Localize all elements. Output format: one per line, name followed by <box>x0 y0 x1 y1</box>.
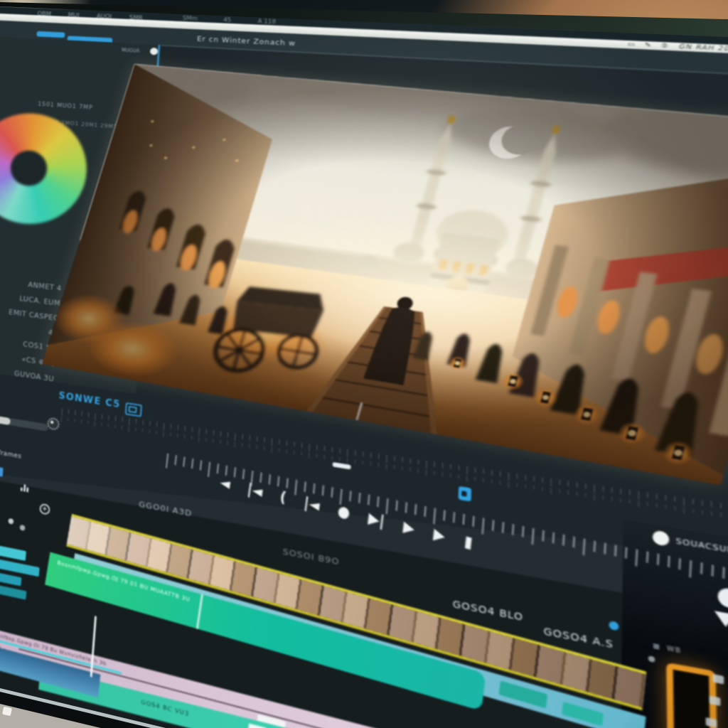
ruler-tick <box>185 426 186 431</box>
transport-button-4[interactable]: ● <box>336 501 350 522</box>
keyframe-icon[interactable] <box>21 483 29 492</box>
transport-button-7[interactable]: ▶ <box>432 524 446 545</box>
ruler-tick <box>108 415 109 420</box>
ruler-tick <box>183 456 185 466</box>
ruler-tick <box>443 510 445 520</box>
ruler-tick <box>136 419 136 424</box>
ruler-tick <box>508 482 509 488</box>
ruler-tick <box>95 413 96 420</box>
ruler-tick <box>621 488 621 494</box>
panel-scrollbar-thumb[interactable] <box>0 415 11 426</box>
badge-2-icon: ② <box>661 42 668 49</box>
ruler-tick <box>129 418 129 425</box>
ruler-tick <box>483 469 484 474</box>
ruler-tick <box>720 503 721 508</box>
ruler-tick <box>621 498 621 503</box>
ruler-tick <box>418 459 419 465</box>
ruler-tick <box>636 550 638 567</box>
ruler-tick <box>271 447 272 453</box>
ruler-tick <box>217 464 219 473</box>
image-icon[interactable]: ▭ <box>628 41 635 48</box>
ruler-tick <box>405 502 407 513</box>
ruler-tick <box>309 453 309 459</box>
ruler-tick <box>235 433 235 441</box>
ruler-tick <box>542 530 544 542</box>
transport-button-2[interactable]: ( <box>279 488 287 507</box>
ruler-tick <box>87 421 88 424</box>
transport-button-8[interactable]: ▮ <box>464 532 474 552</box>
ruler-tick <box>689 560 692 578</box>
gear-icon[interactable] <box>47 417 60 430</box>
ruler-tick <box>257 445 257 449</box>
ruler-tick <box>656 503 657 508</box>
ruler-tick <box>459 465 459 471</box>
ruler-tick <box>475 468 476 473</box>
ruler-tick <box>594 540 596 552</box>
ruler-tick <box>492 520 494 531</box>
ruler-tick <box>629 490 630 496</box>
ruler-tick <box>583 538 586 555</box>
ruler-tick <box>272 439 272 446</box>
menu-item[interactable]: SMm <box>183 15 198 21</box>
transport-button-3[interactable]: |◄ <box>303 493 321 515</box>
ruler-tick <box>459 474 459 478</box>
ruler-tick <box>442 463 443 469</box>
transport-button-6[interactable]: ▶ <box>402 517 416 537</box>
ruler-tick <box>287 441 287 446</box>
ruler-tick <box>166 454 168 469</box>
ruler-tick <box>122 425 122 429</box>
ruler-tick <box>442 472 443 476</box>
ruler-tick <box>434 471 434 475</box>
ruler-tick <box>611 487 612 493</box>
ruler-tick <box>163 432 164 437</box>
ruler-tick <box>309 444 309 451</box>
pen-icon[interactable]: ✎ <box>645 41 651 48</box>
ruler-tick <box>355 459 355 464</box>
ruler-tick <box>646 552 648 563</box>
ruler-tick <box>250 435 250 440</box>
ruler-tick <box>512 524 514 535</box>
ruler-tick <box>410 467 410 471</box>
transport-button-1[interactable]: |◄ <box>246 480 264 500</box>
track-green-notch <box>196 594 203 629</box>
transport-button-0[interactable]: ◄ <box>219 473 232 493</box>
ruler-tick <box>638 500 639 507</box>
ruler-tick <box>101 422 102 426</box>
ruler-tick <box>332 447 333 452</box>
ruler-tick <box>625 547 627 558</box>
ruler-tick <box>88 412 89 417</box>
ruler-tick <box>220 440 220 444</box>
ruler-tick <box>638 491 639 499</box>
timeline-panel-label: usaframes <box>0 446 22 459</box>
transport-button-5[interactable]: ▶| <box>368 508 386 530</box>
ruler-tick <box>81 419 82 423</box>
lock-icon[interactable] <box>459 486 471 502</box>
menu-item[interactable]: A 118 <box>257 18 276 25</box>
ruler-tick <box>347 449 348 457</box>
ruler-tick <box>324 446 325 451</box>
ruler-tick <box>108 424 109 427</box>
ruler-tick <box>453 512 455 523</box>
ruler-tick <box>191 436 192 439</box>
ruler-tick <box>370 453 371 458</box>
ruler-tick <box>426 461 427 469</box>
ruler-tick <box>177 434 178 437</box>
ruler-tick <box>370 461 371 466</box>
preview-clip-label: SONWE C5 <box>58 390 121 410</box>
ruler-tick <box>577 482 577 488</box>
ruler-tick <box>450 473 451 478</box>
ruler-tick <box>264 437 264 442</box>
ruler-tick <box>143 420 144 425</box>
project-title: Er cn Winter Zonach w <box>197 35 296 48</box>
ruler-tick <box>466 476 467 482</box>
ruler-tick <box>577 492 577 496</box>
ruler-tick <box>533 486 534 490</box>
ruler-tick <box>542 487 542 491</box>
ruler-tick <box>712 564 714 577</box>
monitor-icon[interactable] <box>125 402 142 417</box>
ruler-tick <box>279 439 279 444</box>
ruler-tick <box>378 463 379 467</box>
ruler-tick <box>331 456 332 460</box>
menu-item[interactable]: 45 <box>223 16 232 23</box>
ruler-tick <box>122 417 123 422</box>
